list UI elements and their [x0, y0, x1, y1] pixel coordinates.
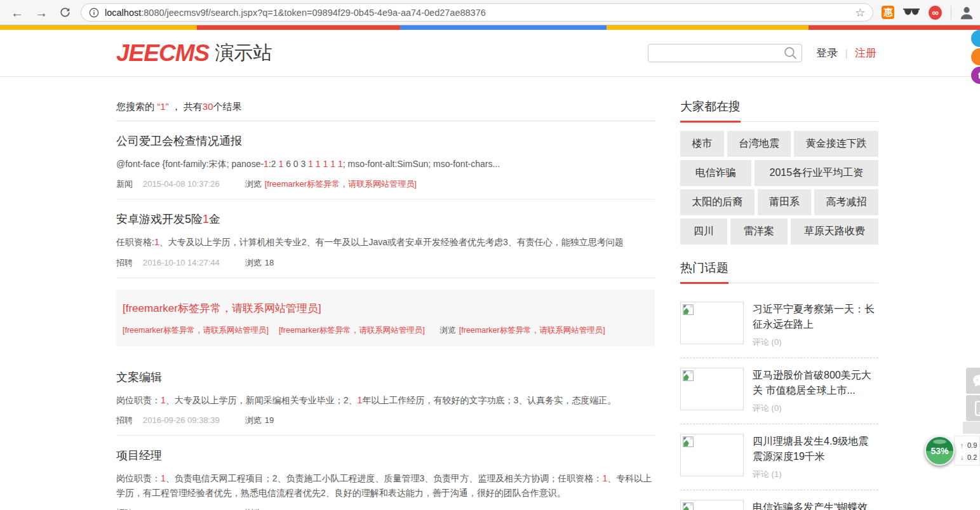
result-meta: [freemarker标签异常，请联系网站管理员][freemarker标签异常… [123, 325, 648, 336]
topic-comments: 评论 (0) [753, 403, 878, 414]
hot-search-tag[interactable]: 台湾地震 [727, 131, 791, 157]
speed-gauge-ball[interactable]: 53% [925, 436, 955, 466]
hui-extension-icon[interactable]: 惠 [882, 6, 894, 19]
hot-search-tag[interactable]: 四川 [680, 218, 727, 245]
result-meta-error: [freemarker标签异常，请联系网站管理员] [279, 325, 425, 336]
toolbar-divider [951, 6, 951, 20]
hot-search-tag[interactable]: 莆田系 [758, 189, 812, 215]
login-link[interactable]: 登录 [816, 47, 838, 59]
search-results-list: 公司爱卫会检查情况通报@font-face {font-family:宋体; p… [116, 121, 655, 510]
stripe-segment [400, 25, 607, 30]
result-meta-error: [freemarker标签异常，请联系网站管理员] [265, 178, 417, 190]
hot-search-header: 大家都在搜 [680, 98, 878, 122]
search-input[interactable] [655, 48, 783, 59]
url-text: localhost:8080/jeecmsv9f/search.jspx?q=1… [105, 8, 850, 18]
result-meta-date: 2016-09-26 09:38:39 [143, 415, 220, 425]
forward-button-icon[interactable]: → [35, 6, 48, 19]
topic-thumbnail [680, 434, 744, 476]
hot-topic-item[interactable]: 亚马逊股价首破800美元大关 市值稳居全球上市...评论 (0) [680, 358, 878, 424]
hot-topic-item[interactable]: 电信诈骗多发产生“蝴蝶效应” 虚拟运营商融资...评论 (0) [680, 490, 878, 510]
hot-search-tag[interactable]: 雷洋案 [730, 218, 788, 245]
url-bar[interactable]: localhost:8080/jeecmsv9f/search.jspx?q=1… [81, 3, 873, 22]
register-link[interactable]: 注册 [855, 47, 876, 59]
site-logo-suffix[interactable]: 演示站 [215, 40, 272, 66]
broken-image-icon [683, 436, 694, 448]
result-meta-views-label: 浏览 [440, 325, 456, 336]
speed-gauge-percent: 53% [930, 446, 948, 456]
topic-title[interactable]: 四川理塘县发生4.9级地震 震源深度19千米 [753, 434, 878, 464]
topic-thumbnail [680, 302, 744, 344]
phone-tool-button[interactable] [966, 395, 980, 421]
result-meta: 招聘2016-10-10 14:27:44浏览18 [116, 257, 655, 269]
chat-tool-button[interactable] [966, 368, 980, 394]
search-result-item: 安卓游戏开发5险1金任职资格:1、大专及以上学历，计算机相关专业2、有一年及以上… [116, 199, 655, 278]
result-meta-cat: 招聘 [116, 257, 133, 269]
broken-image-icon [683, 370, 694, 382]
result-meta-date: 2015-04-08 10:37:26 [143, 179, 220, 189]
result-meta-error: [freemarker标签异常，请联系网站管理员] [459, 325, 605, 336]
profile-icon[interactable] [958, 4, 975, 21]
search-results-column: 您搜索的 “1” ， 共有30个结果 公司爱卫会检查情况通报@font-face… [116, 77, 655, 510]
download-speed-row: ↓0.2 [960, 452, 979, 464]
header-search-box[interactable] [648, 44, 802, 62]
hot-search-tag[interactable]: 黄金接连下跌 [794, 131, 878, 157]
infinity-extension-icon[interactable]: ∞ [929, 6, 942, 20]
upload-speed-value: 0.9 [967, 441, 977, 449]
hot-search-tag[interactable]: 高考减招 [814, 189, 878, 215]
result-meta-cat: 招聘 [116, 415, 133, 426]
result-title-link[interactable]: 公司爱卫会检查情况通报 [116, 133, 655, 149]
search-icon[interactable] [783, 46, 798, 60]
sunglasses-extension-icon[interactable] [903, 8, 920, 17]
stripe-segment [0, 25, 197, 30]
hot-topics-section: 热门话题 习近平宁夏考察第一天：长征永远在路上评论 (0) 亚马逊股价首破800… [680, 260, 878, 510]
upload-speed-row: ↑0.9 [960, 440, 979, 452]
bookmark-star-icon[interactable]: ☆ [855, 6, 865, 20]
download-speed-value: 0.2 [967, 453, 977, 461]
info-icon[interactable] [89, 8, 99, 18]
browser-toolbar: ← → localhost:8080/jeecmsv9f/search.jspx… [0, 0, 980, 25]
result-meta-views: 19 [265, 415, 274, 425]
share-blue-icon[interactable] [971, 30, 980, 47]
hot-search-tag[interactable]: 楼市 [680, 131, 724, 157]
topic-title[interactable]: 电信诈骗多发产生“蝴蝶效应” 虚拟运营商融资... [753, 500, 878, 510]
result-meta-cat: 新闻 [116, 178, 133, 190]
share-buttons: t [971, 30, 980, 84]
topic-thumbnail [680, 500, 744, 510]
back-button-icon[interactable]: ← [11, 6, 23, 19]
topic-comments: 评论 (1) [753, 469, 878, 480]
url-host: localhost [105, 8, 141, 18]
hot-topic-item[interactable]: 习近平宁夏考察第一天：长征永远在路上评论 (0) [680, 292, 878, 358]
topic-title[interactable]: 习近平宁夏考察第一天：长征永远在路上 [753, 302, 878, 332]
result-title-link[interactable]: 项目经理 [116, 448, 655, 463]
result-meta: 招聘2016-09-26 09:38:39浏览19 [116, 415, 655, 426]
hot-search-tag[interactable]: 2015各行业平均工资 [755, 160, 878, 186]
mobile-phone-icon [975, 401, 980, 416]
site-logo[interactable]: JEECMS [116, 40, 209, 67]
share-purple-icon[interactable]: t [971, 67, 980, 84]
hot-search-tag[interactable]: 电信诈骗 [680, 160, 751, 186]
result-title-link[interactable]: [freemarker标签异常，请联系网站管理员] [123, 301, 648, 316]
speed-monitor-panel: ↑0.9 ↓0.2 [954, 436, 980, 466]
result-meta-views-label: 浏览 [245, 507, 262, 510]
sidebar: 大家都在搜 楼市台湾地震黄金接连下跌电信诈骗2015各行业平均工资太阳的后裔莆田… [680, 77, 878, 510]
result-meta-error: [freemarker标签异常，请联系网站管理员] [123, 325, 269, 336]
auth-divider: | [845, 48, 848, 58]
hot-search-tag[interactable]: 太阳的后裔 [680, 189, 755, 215]
result-snippet: 岗位职责：1、负责电信天网工程项目；2、负责施工小队工程进度、质量管理3、负责甲… [116, 471, 655, 500]
search-result-item: [freemarker标签异常，请联系网站管理员][freemarker标签异常… [116, 290, 655, 346]
reload-button-icon[interactable] [59, 6, 71, 18]
result-meta-views-label: 浏览 [245, 178, 262, 190]
result-title-link[interactable]: 安卓游戏开发5险1金 [116, 211, 655, 227]
speed-widget-tab [963, 422, 980, 434]
hot-search-tag[interactable]: 草原天路收费 [791, 218, 878, 245]
broken-image-icon [683, 502, 694, 510]
result-title-link[interactable]: 文案编辑 [116, 370, 655, 385]
chat-bubble-icon [972, 374, 980, 387]
side-tools [966, 368, 980, 422]
topic-title[interactable]: 亚马逊股价首破800美元大关 市值稳居全球上市... [753, 368, 878, 398]
url-path: :8080/jeecmsv9f/search.jspx?q=1&token=09… [141, 8, 486, 18]
share-orange-icon[interactable] [971, 48, 980, 65]
result-meta-cat: 招聘 [116, 507, 133, 510]
hot-topic-item[interactable]: 四川理塘县发生4.9级地震 震源深度19千米评论 (1) [680, 424, 878, 490]
result-meta: 招聘2016-09-26 09:45:02浏览19 [116, 507, 655, 510]
